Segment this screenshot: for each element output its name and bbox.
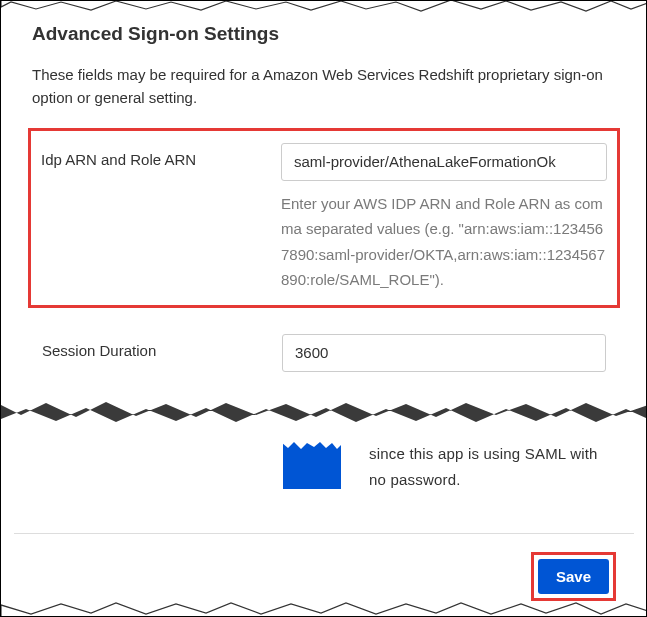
session-duration-input[interactable] (282, 334, 606, 372)
save-button[interactable]: Save (538, 559, 609, 594)
session-duration-field-row: Session Duration (32, 322, 616, 384)
page-title: Advanced Sign-on Settings (32, 23, 616, 45)
session-duration-label: Session Duration (42, 334, 282, 359)
idp-arn-input[interactable] (281, 143, 607, 181)
page-description: These fields may be required for a Amazo… (32, 63, 616, 110)
info-icon (283, 441, 341, 489)
torn-edge-middle (1, 397, 647, 427)
info-panel: since this app is using SAML with no pas… (14, 437, 634, 492)
info-row: since this app is using SAML with no pas… (30, 441, 618, 492)
idp-arn-label: Idp ARN and Role ARN (41, 143, 281, 168)
idp-arn-hint: Enter your AWS IDP ARN and Role ARN as c… (281, 191, 607, 293)
idp-arn-control: Enter your AWS IDP ARN and Role ARN as c… (281, 143, 607, 293)
footer: Save (14, 533, 634, 601)
settings-screenshot: Advanced Sign-on Settings These fields m… (0, 0, 647, 617)
torn-edge-bottom (1, 599, 647, 617)
info-text: since this app is using SAML with no pas… (369, 441, 618, 492)
idp-arn-field-row: Idp ARN and Role ARN Enter your AWS IDP … (28, 128, 620, 308)
advanced-signon-panel: Advanced Sign-on Settings These fields m… (14, 7, 634, 384)
session-duration-control (282, 334, 606, 372)
save-highlight: Save (531, 552, 616, 601)
